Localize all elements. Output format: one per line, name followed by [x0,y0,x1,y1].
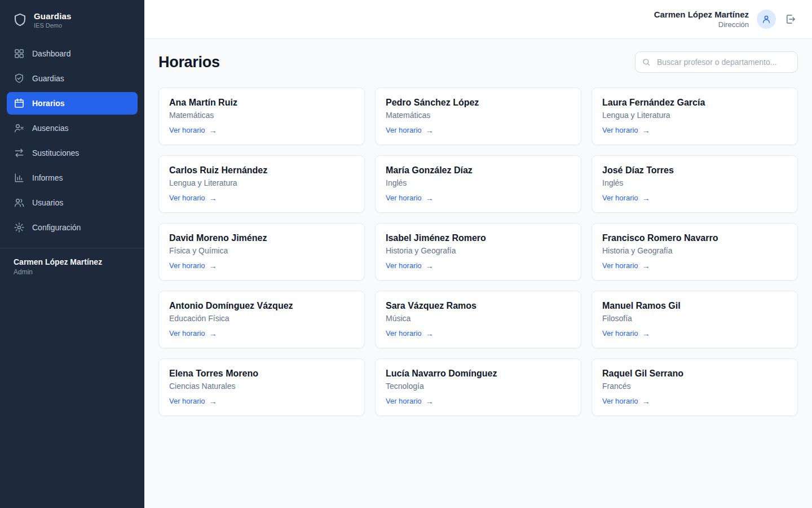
arrow-right-icon: → [209,262,217,270]
sidebar-item-sustituciones[interactable]: Sustituciones [7,142,138,164]
teacher-department: Ciencias Naturales [169,382,354,391]
calendar-icon [14,98,25,109]
sidebar-user-role: Admin [14,268,131,276]
teacher-name: María González Díaz [386,165,571,176]
arrow-right-icon: → [642,126,650,134]
sidebar-item-usuarios[interactable]: Usuarios [7,191,138,214]
arrow-right-icon: → [209,194,217,202]
teacher-name: Lucía Navarro Domínguez [386,369,571,379]
view-schedule-link[interactable]: Ver horario → [169,261,217,270]
sidebar-item-label: Dashboard [32,49,71,58]
avatar[interactable] [757,10,776,29]
teacher-department: Inglés [386,178,571,187]
arrow-right-icon: → [642,262,650,270]
teacher-department: Lengua y Literatura [169,178,354,187]
view-schedule-link[interactable]: Ver horario → [169,397,217,405]
teacher-card-manuel-ramos-gil: Manuel Ramos Gil Filosofía Ver horario → [592,291,798,348]
shield-logo-icon [12,12,28,28]
teacher-department: Tecnología [386,382,571,391]
user-x-icon [14,122,25,134]
logout-icon [785,14,796,25]
teacher-name: Raquel Gil Serrano [602,369,787,379]
view-schedule-label: Ver horario [386,397,422,405]
teacher-department: Física y Química [169,246,354,255]
topbar-user-block: Carmen López Martínez Dirección [654,10,797,29]
view-schedule-label: Ver horario [169,329,205,338]
sidebar-item-dashboard[interactable]: Dashboard [7,42,138,65]
teacher-card-laura-fernandez-garcia: Laura Fernández García Lengua y Literatu… [592,87,798,145]
view-schedule-link[interactable]: Ver horario → [169,194,217,202]
view-schedule-link[interactable]: Ver horario → [386,126,434,134]
view-schedule-label: Ver horario [602,261,638,270]
logout-button[interactable] [784,12,797,26]
sidebar-nav: Dashboard Guardias Horarios Ausencias Su… [0,37,144,239]
teacher-card-lucia-navarro-dominguez: Lucía Navarro Domínguez Tecnología Ver h… [375,358,581,416]
teacher-department: Historia y Geografía [386,246,571,255]
sidebar-item-label: Ausencias [32,124,69,133]
page-title: Horarios [158,54,220,71]
teacher-name: Laura Fernández García [602,98,787,108]
sidebar-item-horarios[interactable]: Horarios [7,92,138,115]
sidebar-item-ausencias[interactable]: Ausencias [7,117,138,139]
teacher-card-maria-gonzalez-diaz: María González Díaz Inglés Ver horario → [375,155,581,213]
user-icon [761,14,771,24]
arrow-right-icon: → [209,397,217,405]
view-schedule-link[interactable]: Ver horario → [602,194,650,202]
app-logo: Guardias IES Demo [0,0,144,37]
view-schedule-link[interactable]: Ver horario → [386,329,434,338]
teacher-card-antonio-dominguez-vazquez: Antonio Domínguez Vázquez Educación Físi… [158,291,365,348]
view-schedule-label: Ver horario [386,329,422,338]
view-schedule-link[interactable]: Ver horario → [602,261,650,270]
page-head: Horarios [158,51,798,73]
shield-check-icon [14,73,25,84]
arrow-right-icon: → [642,397,650,405]
view-schedule-link[interactable]: Ver horario → [169,126,217,134]
sidebar-item-label: Horarios [32,99,65,108]
sidebar-user-name: Carmen López Martínez [14,257,131,266]
sidebar-item-guardias[interactable]: Guardias [7,67,138,90]
arrow-right-icon: → [209,330,217,338]
search-input[interactable] [635,51,798,73]
arrow-right-icon: → [426,262,434,270]
teacher-department: Francés [602,382,787,391]
arrow-right-icon: → [426,397,434,405]
view-schedule-link[interactable]: Ver horario → [602,397,650,405]
gear-icon [14,222,25,233]
view-schedule-link[interactable]: Ver horario → [386,194,434,202]
view-schedule-link[interactable]: Ver horario → [602,329,650,338]
app-root: Guardias IES Demo Dashboard Guardias Hor… [0,0,812,508]
swap-icon [14,147,25,159]
teacher-department: Música [386,314,571,323]
content-column: Carmen López Martínez Dirección Horarios [144,0,812,508]
header-user-name: Carmen López Martínez [654,10,749,19]
teacher-name: Pedro Sánchez López [386,98,571,108]
sidebar-item-label: Sustituciones [32,148,79,157]
view-schedule-link[interactable]: Ver horario → [386,261,434,270]
view-schedule-label: Ver horario [169,194,205,202]
view-schedule-label: Ver horario [386,194,422,202]
sidebar-item-configuracion[interactable]: Configuración [7,216,138,239]
view-schedule-label: Ver horario [169,126,205,134]
view-schedule-link[interactable]: Ver horario → [386,397,434,405]
sidebar: Guardias IES Demo Dashboard Guardias Hor… [0,0,144,508]
arrow-right-icon: → [426,330,434,338]
teacher-card-isabel-jimenez-romero: Isabel Jiménez Romero Historia y Geograf… [375,223,581,281]
teacher-department: Inglés [602,178,787,187]
teacher-department: Matemáticas [386,111,571,120]
view-schedule-label: Ver horario [169,261,205,270]
teacher-department: Educación Física [169,314,354,323]
main-content: Horarios Ana Martín Ruiz Matemáticas Ver… [144,39,812,508]
sidebar-item-informes[interactable]: Informes [7,167,138,189]
view-schedule-label: Ver horario [386,261,422,270]
teacher-name: Manuel Ramos Gil [602,301,787,311]
teacher-card-francisco-romero-navarro: Francisco Romero Navarro Historia y Geog… [592,223,798,281]
teacher-department: Filosofía [602,314,787,323]
view-schedule-label: Ver horario [602,329,638,338]
arrow-right-icon: → [642,330,650,338]
dashboard-icon [14,48,25,59]
view-schedule-link[interactable]: Ver horario → [169,329,217,338]
sidebar-item-label: Guardias [32,74,64,83]
teacher-name: Antonio Domínguez Vázquez [169,301,354,311]
view-schedule-link[interactable]: Ver horario → [602,126,650,134]
view-schedule-label: Ver horario [169,397,205,405]
